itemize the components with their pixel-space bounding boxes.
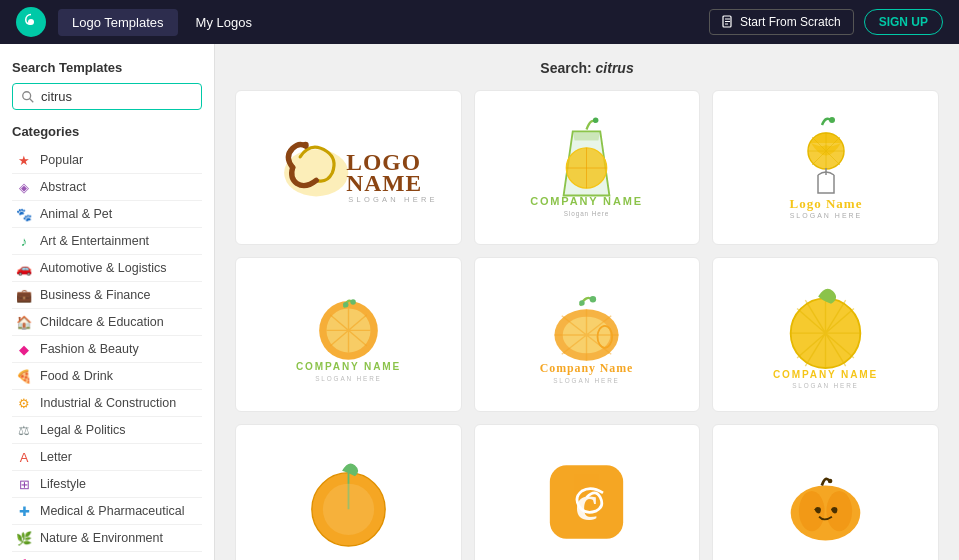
letter-icon: A [16, 449, 32, 465]
svg-point-45 [827, 491, 853, 531]
svg-point-29 [590, 296, 596, 302]
music-icon: ♪ [16, 233, 32, 249]
logo-card-1[interactable]: LOGO NAME SLOGAN HERE [235, 90, 462, 245]
svg-point-2 [23, 91, 31, 99]
scale-icon: ⚖ [16, 422, 32, 438]
svg-point-18 [829, 117, 835, 123]
briefcase-icon: 💼 [16, 287, 32, 303]
category-label: Industrial & Construction [40, 396, 176, 410]
car-icon: 🚗 [16, 260, 32, 276]
categories-label: Categories [12, 124, 202, 139]
search-icon [21, 90, 35, 104]
svg-text:SLOGAN HERE: SLOGAN HERE [554, 376, 620, 383]
logo-grid: LOGO NAME SLOGAN HERE COMPANY NAME [235, 90, 939, 560]
category-item-10[interactable]: ⚖Legal & Politics [12, 417, 202, 444]
category-label: Business & Finance [40, 288, 150, 302]
svg-point-12 [593, 117, 599, 123]
app-logo [16, 7, 46, 37]
svg-text:SLOGAN HERE: SLOGAN HERE [789, 212, 862, 219]
logo-card-6[interactable]: COMPANY NAME SLOGAN HERE [712, 257, 939, 412]
category-item-4[interactable]: 🚗Automotive & Logistics [12, 255, 202, 282]
category-label: Fashion & Beauty [40, 342, 139, 356]
svg-text:Company Name: Company Name [540, 360, 633, 374]
nav-my-logos[interactable]: My Logos [182, 9, 266, 36]
svg-point-23 [350, 299, 356, 305]
svg-point-30 [580, 300, 586, 306]
category-item-2[interactable]: 🐾Animal & Pet [12, 201, 202, 228]
svg-text:COMPANY NAME: COMPANY NAME [296, 360, 401, 371]
category-item-6[interactable]: 🏠Childcare & Education [12, 309, 202, 336]
category-item-15[interactable]: 🎗Non-Profit [12, 552, 202, 560]
gear-icon: ⚙ [16, 395, 32, 411]
diamond-icon: ◆ [16, 341, 32, 357]
category-item-5[interactable]: 💼Business & Finance [12, 282, 202, 309]
lifestyle-icon: ⊞ [16, 476, 32, 492]
star-icon: ★ [16, 152, 32, 168]
search-box [12, 83, 202, 110]
category-label: Medical & Pharmaceutical [40, 504, 185, 518]
document-icon [722, 15, 734, 29]
category-item-7[interactable]: ◆Fashion & Beauty [12, 336, 202, 363]
search-heading: Search: citrus [235, 60, 939, 76]
nav-logo-templates[interactable]: Logo Templates [58, 9, 178, 36]
category-label: Food & Drink [40, 369, 113, 383]
paw-icon: 🐾 [16, 206, 32, 222]
category-label: Letter [40, 450, 72, 464]
leaf-icon: 🌿 [16, 530, 32, 546]
category-label: Automotive & Logistics [40, 261, 166, 275]
search-input[interactable] [41, 89, 193, 104]
svg-text:SLOGAN HERE: SLOGAN HERE [348, 195, 437, 204]
category-item-8[interactable]: 🍕Food & Drink [12, 363, 202, 390]
sign-up-button[interactable]: SIGN UP [864, 9, 943, 35]
app-header: Logo Templates My Logos Start From Scrat… [0, 0, 959, 44]
logo-card-9[interactable] [712, 424, 939, 560]
category-label: Lifestyle [40, 477, 86, 491]
category-label: Legal & Politics [40, 423, 125, 437]
category-label: Popular [40, 153, 83, 167]
sidebar: Search Templates Categories ★Popular◈Abs… [0, 44, 215, 560]
category-item-1[interactable]: ◈Abstract [12, 174, 202, 201]
main-layout: Search Templates Categories ★Popular◈Abs… [0, 44, 959, 560]
food-icon: 🍕 [16, 368, 32, 384]
abstract-icon: ◈ [16, 179, 32, 195]
svg-text:Logo Name: Logo Name [789, 196, 862, 211]
logo-card-4[interactable]: COMPANY NAME SLOGAN HERE [235, 257, 462, 412]
svg-text:Slogan Here: Slogan Here [564, 209, 610, 217]
category-item-13[interactable]: ✚Medical & Pharmaceutical [12, 498, 202, 525]
logo-card-7[interactable] [235, 424, 462, 560]
category-label: Abstract [40, 180, 86, 194]
category-item-0[interactable]: ★Popular [12, 147, 202, 174]
main-nav: Logo Templates My Logos [58, 9, 266, 36]
svg-text:COMPANY NAME: COMPANY NAME [773, 369, 878, 380]
svg-text:SLOGAN HERE: SLOGAN HERE [315, 374, 381, 381]
category-label: Art & Entertainment [40, 234, 149, 248]
svg-point-40 [323, 483, 374, 534]
svg-point-4 [302, 142, 308, 148]
svg-text:SLOGAN HERE: SLOGAN HERE [792, 382, 858, 389]
svg-point-44 [799, 491, 825, 531]
category-item-12[interactable]: ⊞Lifestyle [12, 471, 202, 498]
category-item-14[interactable]: 🌿Nature & Environment [12, 525, 202, 552]
category-label: Nature & Environment [40, 531, 163, 545]
svg-text:COMPANY NAME: COMPANY NAME [531, 194, 644, 206]
category-item-3[interactable]: ♪Art & Entertainment [12, 228, 202, 255]
logo-card-8[interactable]: c [474, 424, 701, 560]
house-icon: 🏠 [16, 314, 32, 330]
logo-card-2[interactable]: COMPANY NAME Slogan Here [474, 90, 701, 245]
svg-point-46 [828, 478, 833, 483]
category-label: Animal & Pet [40, 207, 112, 221]
category-label: Childcare & Education [40, 315, 164, 329]
main-content: Search: citrus LOGO NAME SLOGAN HERE [215, 44, 959, 560]
category-item-9[interactable]: ⚙Industrial & Construction [12, 390, 202, 417]
svg-point-24 [343, 302, 349, 308]
logo-card-3[interactable]: Logo Name SLOGAN HERE [712, 90, 939, 245]
logo-card-5[interactable]: Company Name SLOGAN HERE [474, 257, 701, 412]
category-item-11[interactable]: ALetter [12, 444, 202, 471]
start-from-scratch-button[interactable]: Start From Scratch [709, 9, 854, 35]
search-templates-label: Search Templates [12, 60, 202, 75]
categories-list: ★Popular◈Abstract🐾Animal & Pet♪Art & Ent… [12, 147, 202, 560]
svg-text:NAME: NAME [346, 170, 422, 196]
medical-icon: ✚ [16, 503, 32, 519]
